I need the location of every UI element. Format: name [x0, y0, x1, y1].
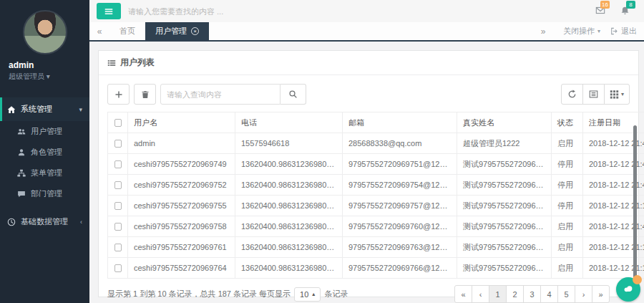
sidebar-item-basic-data-management[interactable]: 基础数据管理 ‹	[0, 210, 89, 234]
avatar[interactable]	[23, 10, 67, 54]
table-row: ceshi9795755272096974913620400.986312369…	[108, 154, 644, 175]
page-nav-button[interactable]: ›	[575, 285, 592, 303]
table-row: ceshi9795755272096975513620400.986312369…	[108, 196, 644, 216]
sidebar-item-role-management[interactable]: 角色管理	[0, 142, 89, 163]
user-list-panel: 用户列表	[98, 50, 639, 297]
row-checkbox[interactable]	[114, 160, 122, 168]
messages-button[interactable]: 16	[595, 6, 606, 16]
panel-title-text: 用户列表	[120, 57, 155, 69]
cell-username: ceshi97957552720969755	[128, 196, 235, 216]
logout-button[interactable]: 退出	[610, 26, 637, 37]
chevron-left-icon: ‹	[80, 218, 82, 226]
table-body: admin15575946618285688338@qq.com超级管理员122…	[108, 133, 644, 279]
cell-phone: 13620400.9863123698032576	[235, 258, 343, 279]
sidebar-item-system-management[interactable]: 系统管理 ▾	[0, 97, 89, 121]
cell-email: 285688338@qq.com	[343, 133, 457, 154]
cell-email: 97957552720969763@126.com	[343, 237, 457, 258]
profile-role-dropdown[interactable]: 超级管理员 ▾	[9, 72, 84, 82]
main-area: 16 8 « 首页 用户管理 × » 关闭操作 ▾	[89, 0, 644, 303]
card-view-icon	[589, 90, 598, 99]
chat-floating-button[interactable]	[616, 277, 640, 302]
page-button[interactable]: 2	[506, 285, 524, 303]
column-header: 真实姓名	[457, 112, 552, 133]
cell-status: 启用	[552, 133, 583, 154]
tab-close-icon[interactable]: ×	[191, 27, 199, 35]
toggle-view-button[interactable]	[582, 84, 605, 105]
close-operations-dropdown[interactable]: 关闭操作 ▾	[563, 26, 600, 37]
pagination-summary-suffix: 条记录	[324, 289, 348, 299]
page-button[interactable]: 1	[489, 285, 507, 303]
table-row: admin15575946618285688338@qq.com超级管理员122…	[108, 133, 644, 154]
row-checkbox-cell	[108, 237, 128, 258]
sidebar-item-label: 基础数据管理	[21, 216, 68, 227]
plus-icon	[114, 90, 123, 99]
global-search-input[interactable]	[128, 7, 587, 16]
sidebar-item-label: 用户管理	[31, 126, 62, 137]
sidebar-item-label: 角色管理	[31, 147, 62, 158]
delete-selected-button[interactable]	[134, 84, 156, 105]
cell-username: ceshi97957552720969761	[128, 237, 235, 258]
cell-email: 97957552720969757@126.com	[343, 196, 457, 216]
row-checkbox[interactable]	[114, 202, 122, 210]
row-checkbox-cell	[108, 258, 128, 279]
comment-icon	[17, 190, 26, 198]
cell-status: 启用	[552, 216, 583, 237]
refresh-button[interactable]	[561, 84, 583, 105]
table-row: ceshi9795755272096976413620400.986312369…	[108, 258, 644, 279]
row-checkbox[interactable]	[114, 244, 122, 251]
sidebar-item-department-management[interactable]: 部门管理	[0, 183, 89, 204]
trash-icon	[141, 90, 150, 99]
table-search-button[interactable]	[280, 84, 306, 105]
sidebar-toggle-button[interactable]	[97, 3, 121, 19]
pagination-bar: 显示第 1 到第 10 条记录，总共 187 条记录 每页显示 10 ▴ 条记录…	[107, 279, 630, 303]
panel-title: 用户列表	[99, 51, 638, 75]
cell-email: 97957552720969766@126.com	[343, 258, 457, 279]
table-row: ceshi9795755272096975813620400.986312369…	[108, 216, 644, 237]
add-user-button[interactable]	[107, 84, 130, 105]
table-scrollbar[interactable]	[633, 125, 637, 282]
search-icon	[288, 90, 298, 99]
table-search-input[interactable]	[160, 84, 280, 105]
cell-username: ceshi97957552720969758	[128, 216, 235, 237]
cell-realname: 超级管理员1222	[457, 133, 552, 154]
cell-status: 启用	[552, 237, 583, 258]
page-nav-button[interactable]: ‹	[472, 285, 489, 303]
table-row: ceshi9795755272096975213620400.986312369…	[108, 175, 644, 196]
tab-home[interactable]: 首页	[109, 22, 145, 40]
cell-username: ceshi97957552720969764	[128, 258, 235, 279]
sidebar-item-user-management[interactable]: 用户管理	[0, 121, 89, 142]
page-button[interactable]: 4	[540, 285, 558, 303]
sidebar-item-label: 部门管理	[31, 188, 62, 199]
columns-grid-icon	[610, 90, 619, 99]
row-checkbox[interactable]	[114, 140, 122, 148]
app-window: admin 超级管理员 ▾ 系统管理 ▾ 用户管理 角色管理	[0, 0, 644, 303]
page-nav-button[interactable]: »	[592, 285, 610, 303]
notifications-button[interactable]: 8	[620, 6, 630, 17]
page-size-dropdown[interactable]: 10 ▴	[294, 287, 321, 302]
chat-cloud-icon	[622, 283, 635, 296]
chevron-down-icon: ▾	[621, 91, 624, 97]
cell-username: ceshi97957552720969752	[128, 175, 235, 196]
cell-phone: 13620400.9863123698032576	[235, 196, 343, 216]
list-icon	[107, 59, 116, 67]
page-nav-button[interactable]: «	[454, 285, 472, 303]
row-checkbox[interactable]	[114, 181, 122, 189]
tabs-scroll-left-button[interactable]: «	[89, 22, 109, 40]
table-row: ceshi9795755272096976113620400.986312369…	[108, 237, 644, 258]
tabs-scroll-right-button[interactable]: »	[533, 27, 553, 37]
tab-user-management[interactable]: 用户管理 ×	[145, 22, 209, 40]
topbar: 16 8	[89, 0, 644, 22]
select-all-checkbox[interactable]	[114, 119, 122, 127]
cell-realname: 测试97957552720969753	[457, 175, 552, 196]
row-checkbox[interactable]	[114, 223, 122, 231]
table-view-controls: ▾	[561, 84, 630, 105]
sidebar-item-menu-management[interactable]: 菜单管理	[0, 163, 89, 183]
page-button[interactable]: 3	[523, 285, 541, 303]
cell-phone: 15575946618	[235, 133, 343, 154]
page-button[interactable]: 5	[557, 285, 575, 303]
chevron-down-icon: ▾	[47, 72, 50, 80]
sidebar-item-label: 菜单管理	[31, 168, 62, 178]
row-checkbox[interactable]	[114, 264, 122, 272]
sidebar-menu: 系统管理 ▾ 用户管理 角色管理 菜单管理 部门管理	[0, 97, 89, 234]
columns-dropdown-button[interactable]: ▾	[604, 84, 630, 105]
